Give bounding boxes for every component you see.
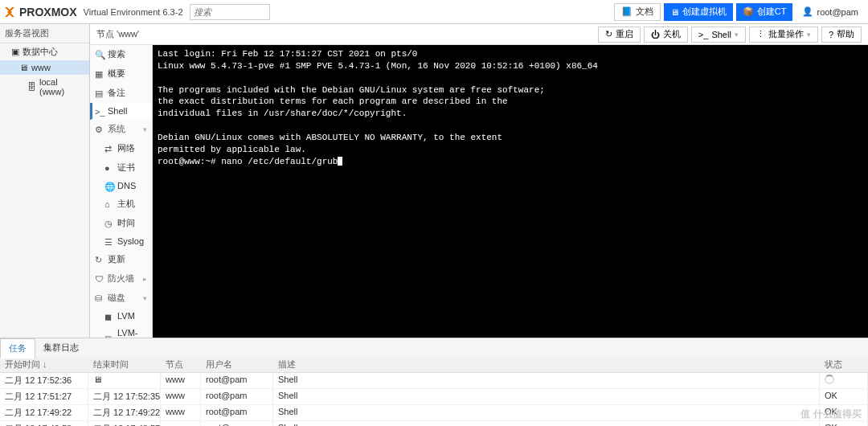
main-area: 服务器视图 ▣ 数据中心 🖥 www 🗄 local (www) 节点 'www… xyxy=(0,24,868,338)
spinner-icon xyxy=(825,375,834,384)
menu-syslog[interactable]: ☰Syslog xyxy=(90,233,152,250)
logo: PROXMOX xyxy=(3,6,77,18)
tree-datacenter[interactable]: ▣ 数据中心 xyxy=(0,43,89,60)
resource-tree: 服务器视图 ▣ 数据中心 🖥 www 🗄 local (www) xyxy=(0,24,90,338)
list-icon: ☰ xyxy=(104,237,113,246)
menu-notes[interactable]: ▤备注 xyxy=(90,84,152,103)
table-row[interactable]: 二月 12 17:51:27二月 12 17:52:35wwwroot@pamS… xyxy=(0,389,868,405)
bottom-tab-bar: 任务 集群日志 xyxy=(0,338,868,357)
node-sidemenu: 🔍搜索 ▦概要 ▤备注 >_Shell ⚙系统▾ ⇄网络 ●证书 🌐DNS ⌂主… xyxy=(90,45,153,338)
product-name: PROXMOX xyxy=(19,6,77,18)
cert-icon: ● xyxy=(104,163,113,172)
refresh-icon: ↻ xyxy=(95,255,104,264)
col-desc[interactable]: 描述 xyxy=(273,357,820,372)
menu-dns[interactable]: 🌐DNS xyxy=(90,178,152,195)
notes-icon: ▤ xyxy=(95,88,104,97)
tree-storage-local[interactable]: 🗄 local (www) xyxy=(0,75,89,99)
table-row[interactable]: 二月 12 17:40:58二月 12 17:48:57wwwroot@pamS… xyxy=(0,421,868,426)
menu-summary[interactable]: ▦概要 xyxy=(90,64,152,84)
terminal-icon: >_ xyxy=(95,107,104,116)
col-end[interactable]: 结束时间 xyxy=(88,357,161,372)
menu-shell[interactable]: >_Shell xyxy=(90,103,152,120)
menu-disks[interactable]: ⛁磁盘▾ xyxy=(90,289,152,308)
tab-cluster-log[interactable]: 集群日志 xyxy=(35,338,87,357)
table-row[interactable]: 二月 12 17:52:36🖥wwwroot@pamShell xyxy=(0,373,868,389)
create-vm-button[interactable]: 🖥 创建虚拟机 xyxy=(664,3,733,21)
disk-icon: ⛁ xyxy=(95,293,104,302)
global-search-input[interactable] xyxy=(190,4,270,20)
create-ct-button[interactable]: 📦 创建CT xyxy=(736,3,793,21)
shell-terminal[interactable]: Last login: Fri Feb 12 17:51:27 CST 2021… xyxy=(153,45,868,338)
menu-network[interactable]: ⇄网络 xyxy=(90,139,152,158)
top-header: PROXMOX Virtual Environment 6.3-2 📘 文档 🖥… xyxy=(0,0,868,24)
book-icon: ▦ xyxy=(95,69,104,78)
user-menu-button[interactable]: 👤 root@pam xyxy=(796,3,865,21)
clock-icon: ◷ xyxy=(104,219,113,227)
table-row[interactable]: 二月 12 17:49:22二月 12 17:49:22wwwroot@pamS… xyxy=(0,405,868,421)
server-icon: 🖥 xyxy=(19,63,28,72)
chevron-down-icon: ▾ xyxy=(807,31,811,39)
tab-tasks[interactable]: 任务 xyxy=(0,338,35,358)
content-area: 节点 'www' ↻ 重启 ⏻ 关机 >_ Shell ▾ ⋮ 批量操作 ▾ ?… xyxy=(90,24,868,338)
menu-updates[interactable]: ↻更新 xyxy=(90,250,152,269)
chevron-right-icon: ▸ xyxy=(143,275,147,283)
version-label: Virtual Environment 6.3-2 xyxy=(84,7,183,17)
square-icon: ◼ xyxy=(104,312,113,321)
square-outline-icon: ◻ xyxy=(104,334,113,338)
breadcrumb-path: 节点 'www' xyxy=(96,28,139,40)
menu-time[interactable]: ◷时间 xyxy=(90,214,152,233)
gear-icon: ⚙ xyxy=(95,125,104,133)
menu-lvmthin[interactable]: ◻LVM-Thin xyxy=(90,325,152,338)
chevron-down-icon: ▾ xyxy=(735,31,739,39)
col-start[interactable]: 开始时间 ↓ xyxy=(0,357,88,372)
tree-node-www[interactable]: 🖥 www xyxy=(0,60,89,75)
datacenter-icon: ▣ xyxy=(11,47,19,57)
docs-button[interactable]: 📘 文档 xyxy=(614,3,661,21)
col-node[interactable]: 节点 xyxy=(161,357,201,372)
network-icon: ⇄ xyxy=(104,144,113,153)
hosts-icon: ⌂ xyxy=(104,199,113,208)
storage-icon: 🗄 xyxy=(27,82,36,92)
table-header: 开始时间 ↓ 结束时间 节点 用户名 描述 状态 xyxy=(0,357,868,373)
restart-button[interactable]: ↻ 重启 xyxy=(598,27,641,43)
inner-split: 🔍搜索 ▦概要 ▤备注 >_Shell ⚙系统▾ ⇄网络 ●证书 🌐DNS ⌂主… xyxy=(90,45,868,338)
menu-lvm[interactable]: ◼LVM xyxy=(90,308,152,325)
menu-search[interactable]: 🔍搜索 xyxy=(90,45,152,64)
menu-certs[interactable]: ●证书 xyxy=(90,158,152,178)
proxmox-icon xyxy=(3,6,16,18)
chevron-down-icon: ▾ xyxy=(143,294,147,302)
bulk-actions-button[interactable]: ⋮ 批量操作 ▾ xyxy=(749,27,818,43)
col-user[interactable]: 用户名 xyxy=(201,357,273,372)
breadcrumb-bar: 节点 'www' ↻ 重启 ⏻ 关机 >_ Shell ▾ ⋮ 批量操作 ▾ ?… xyxy=(90,24,868,45)
menu-firewall[interactable]: 🛡防火墙▸ xyxy=(90,269,152,289)
tree-title: 服务器视图 xyxy=(0,24,89,43)
shutdown-button[interactable]: ⏻ 关机 xyxy=(644,27,688,43)
task-log-table: 开始时间 ↓ 结束时间 节点 用户名 描述 状态 二月 12 17:52:36🖥… xyxy=(0,357,868,426)
shield-icon: 🛡 xyxy=(95,274,104,283)
col-status[interactable]: 状态 xyxy=(820,357,868,372)
search-icon: 🔍 xyxy=(95,50,104,59)
help-button[interactable]: ? 帮助 xyxy=(821,27,862,43)
menu-system[interactable]: ⚙系统▾ xyxy=(90,120,152,139)
chevron-down-icon: ▾ xyxy=(143,125,147,133)
menu-hosts[interactable]: ⌂主机 xyxy=(90,195,152,214)
dns-icon: 🌐 xyxy=(104,182,113,190)
shell-dropdown-button[interactable]: >_ Shell ▾ xyxy=(691,27,746,43)
